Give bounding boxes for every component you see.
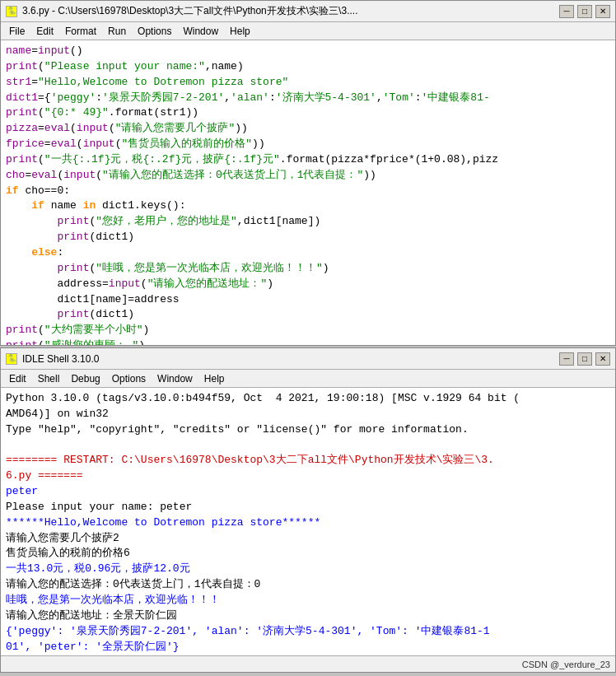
code-line: print("{0:* 49}".format(str1)) — [6, 105, 610, 121]
shell-output[interactable]: Python 3.10.0 (tags/v3.10.0:b494f59, Oct… — [1, 388, 615, 655]
shell-menu-edit[interactable]: Edit — [4, 371, 31, 386]
shell-line: Python 3.10.0 (tags/v3.10.0:b494f59, Oct… — [6, 391, 610, 407]
shell-output-line: Please input your name: peter — [6, 500, 610, 515]
code-line: print(dict1) — [6, 230, 610, 245]
shell-line: AMD64)] on win32 — [6, 407, 610, 422]
shell-output-line: 哇哦，您是第一次光临本店，欢迎光临！！！ — [6, 593, 610, 608]
code-line: print("一共{:.1f}元，税{:.2f}元，披萨{:.1f}元".for… — [6, 152, 610, 168]
code-line: print("感谢您的惠顾：-") — [6, 338, 610, 345]
shell-output-line: ******Hello,Welcome to Dotremon pizza st… — [6, 515, 610, 531]
menu-help[interactable]: Help — [225, 24, 255, 39]
shell-output-line: 01', 'peter': '全景天阶仁园'} — [6, 640, 610, 655]
code-line: pizza=eval(input("请输入您需要几个披萨")) — [6, 121, 610, 137]
shell-title-bar: 🐍 IDLE Shell 3.10.0 ─ □ ✕ — [1, 348, 615, 370]
shell-output-line: 请输入您的配送地址：全景天阶仁园 — [6, 608, 610, 624]
code-line: else: — [6, 245, 610, 261]
shell-menu-help[interactable]: Help — [199, 371, 230, 386]
shell-output-line: 请输入您需要几个披萨2 — [6, 531, 610, 547]
code-line: print("哇哦，您是第一次光临本店，欢迎光临！！！") — [6, 261, 610, 277]
shell-footer: CSDN @_verdure_23 — [1, 655, 615, 672]
shell-output-line: 售货员输入的税前的价格6 — [6, 546, 610, 562]
code-line: print(dict1) — [6, 307, 610, 323]
code-line: address=input("请输入您的配送地址：") — [6, 277, 610, 292]
code-line: print("大约需要半个小时") — [6, 323, 610, 338]
code-editor[interactable]: name=input() print("Please input your na… — [1, 40, 615, 345]
code-line: print("Please input your name:",name) — [6, 59, 610, 75]
editor-title-bar: 🐍 3.6.py - C:\Users\16978\Desktop\3大二下al… — [1, 1, 615, 22]
code-line: fprice=eval(input("售货员输入的税前的价格")) — [6, 137, 610, 152]
code-line: str1="Hello,Welcome to Dotremon pizza st… — [6, 75, 610, 91]
menu-format[interactable]: Format — [60, 24, 101, 39]
shell-title-text: IDLE Shell 3.10.0 — [22, 353, 99, 365]
shell-output-line: 请输入您的配送选择：0代表送货上门，1代表自提：0 — [6, 577, 610, 593]
code-line: if cho==0: — [6, 184, 610, 199]
menu-edit[interactable]: Edit — [31, 24, 58, 39]
shell-menu-debug[interactable]: Debug — [66, 371, 105, 386]
editor-title-text: 3.6.py - C:\Users\16978\Desktop\3大二下all文… — [22, 4, 357, 18]
editor-icon: 🐍 — [6, 6, 17, 17]
shell-minimize-button[interactable]: ─ — [559, 352, 574, 366]
shell-window: 🐍 IDLE Shell 3.10.0 ─ □ ✕ Edit Shell Deb… — [0, 347, 616, 673]
menu-file[interactable]: File — [4, 24, 30, 39]
menu-window[interactable]: Window — [178, 24, 223, 39]
editor-window: 🐍 3.6.py - C:\Users\16978\Desktop\3大二下al… — [0, 0, 616, 346]
shell-menu-options[interactable]: Options — [107, 371, 151, 386]
shell-restart-line: ======== RESTART: C:\Users\16978\Desktop… — [6, 453, 610, 469]
shell-maximize-button[interactable]: □ — [577, 352, 592, 366]
shell-title-left: 🐍 IDLE Shell 3.10.0 — [6, 353, 99, 365]
maximize-button[interactable]: □ — [577, 5, 592, 18]
shell-close-button[interactable]: ✕ — [595, 352, 610, 366]
code-line: dict1[name]=address — [6, 292, 610, 308]
editor-menu-bar: File Edit Format Run Options Window Help — [1, 22, 615, 40]
shell-output-line: {'peggy': '泉景天阶秀园7-2-201', 'alan': '济南大学… — [6, 624, 610, 640]
footer-watermark: CSDN @_verdure_23 — [522, 660, 610, 669]
shell-icon: 🐍 — [6, 353, 17, 365]
shell-output-line: 一共13.0元，税0.96元，披萨12.0元 — [6, 562, 610, 577]
menu-run[interactable]: Run — [103, 24, 131, 39]
close-button[interactable]: ✕ — [595, 5, 610, 18]
code-line: name=input() — [6, 44, 610, 59]
code-line: cho=eval(input("请输入您的配送选择：0代表送货上门，1代表自提：… — [6, 168, 610, 184]
editor-window-controls[interactable]: ─ □ ✕ — [559, 5, 610, 18]
shell-menu-bar: Edit Shell Debug Options Window Help — [1, 370, 615, 388]
menu-options[interactable]: Options — [133, 24, 176, 39]
shell-menu-shell[interactable]: Shell — [33, 371, 65, 386]
shell-restart-line2: 6.py ======= — [6, 469, 610, 484]
shell-window-controls[interactable]: ─ □ ✕ — [559, 352, 610, 366]
code-line: if name in dict1.keys(): — [6, 198, 610, 214]
shell-line: Type "help", "copyright", "credits" or "… — [6, 422, 610, 438]
minimize-button[interactable]: ─ — [559, 5, 574, 18]
shell-menu-window[interactable]: Window — [152, 371, 198, 386]
code-line: print("您好，老用户，您的地址是",dict1[name]) — [6, 214, 610, 230]
code-line: dict1={'peggy':'泉景天阶秀园7-2-201','alan':'济… — [6, 91, 610, 106]
shell-line — [6, 438, 610, 454]
shell-output-line: peter — [6, 484, 610, 500]
editor-title-left: 🐍 3.6.py - C:\Users\16978\Desktop\3大二下al… — [6, 4, 357, 18]
